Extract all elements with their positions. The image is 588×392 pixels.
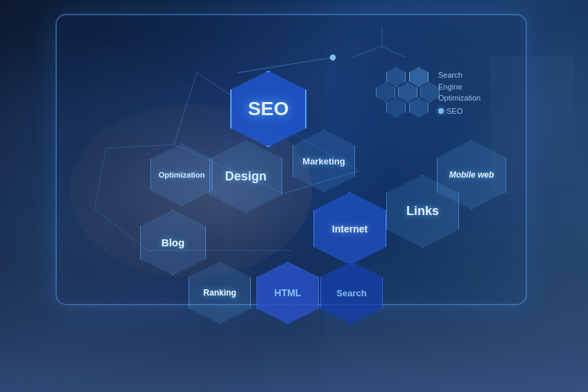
hex-blog: Blog (140, 210, 206, 275)
hex-design: Design (209, 140, 282, 213)
hex-mini-5 (420, 83, 440, 102)
hex-search: Search (320, 262, 383, 324)
hex-optimization: Optimization (150, 144, 213, 206)
seo-text-label: Search Engine Optimization SEO (438, 69, 481, 117)
hex-mini-7 (409, 98, 429, 117)
hex-mini-2 (409, 67, 429, 87)
hex-mini-1 (386, 67, 406, 87)
hex-html: HTML (257, 262, 319, 324)
hex-grid: SEO Design Marketing Optimization Intern… (140, 57, 570, 321)
hex-internet: Internet (313, 192, 386, 265)
seo-dot-indicator (438, 108, 444, 114)
hex-seo: SEO (230, 71, 306, 147)
hex-mini-3 (376, 83, 395, 102)
hex-mini-4 (398, 83, 417, 102)
main-image: SEO Design Marketing Optimization Intern… (0, 0, 588, 392)
svg-line-6 (95, 148, 106, 209)
tablet-frame: SEO Design Marketing Optimization Intern… (55, 14, 527, 305)
svg-line-12 (352, 46, 382, 57)
hex-ranking: Ranking (189, 262, 251, 324)
hex-marketing: Marketing (293, 130, 355, 192)
hex-mini-6 (386, 98, 406, 117)
svg-line-13 (382, 46, 405, 57)
